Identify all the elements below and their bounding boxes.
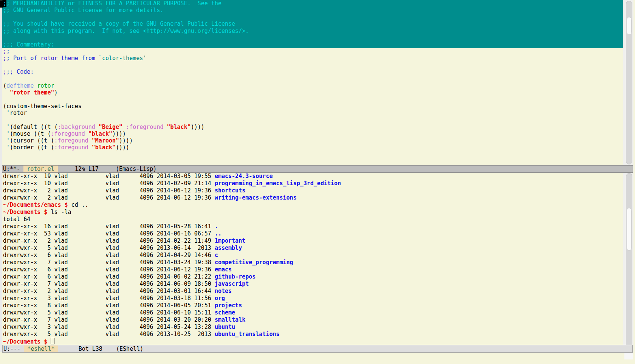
- directory-name: scheme: [215, 309, 235, 316]
- ls-row-attributes: drwxrwxr-x 5 vlad vlad 4096 2013-06-14 2…: [3, 245, 215, 251]
- directory-name: github-repos: [215, 273, 256, 280]
- eshell-line: drwxrwxr-x 7 vlad vlad 4096 2014-03-24 1…: [2, 259, 623, 266]
- editor-window-rotor-el[interactable]: ;; MERCHANTABILITY or FITNESS FOR A PART…: [2, 0, 623, 165]
- code-token: :foregound: [51, 130, 85, 137]
- code-token: [163, 124, 167, 130]
- code-token: (: [3, 82, 6, 89]
- eshell-line: drwxr-xr-x 7 vlad vlad 4096 2014-03-20 2…: [2, 316, 623, 324]
- directory-name: org: [215, 295, 225, 302]
- code-token: (custom-theme-set-faces: [3, 103, 82, 110]
- ls-row-attributes: drwxrwxr-x 2 vlad vlad 4096 2014-06-12 1…: [3, 187, 215, 194]
- code-token: "rotor theme": [10, 89, 54, 96]
- editor-line: (custom-theme-set-faces: [2, 103, 623, 110]
- directory-name: programming_in_emacs_lisp_3rd_edition: [215, 180, 341, 187]
- code-token: :foregound: [54, 144, 88, 151]
- code-token: rotor: [37, 82, 54, 89]
- eshell-line: drwxr-xr-x 7 vlad vlad 4096 2014-06-09 1…: [2, 280, 623, 288]
- editor-line: '(cursor ((t (:foregound "Maroon")))): [2, 137, 623, 144]
- ls-row-attributes: drwxr-xr-x 6 vlad vlad 4096 2014-06-02 2…: [3, 273, 215, 280]
- eshell-prompt: ~/Documents/emacs $: [3, 201, 68, 208]
- scrollbar-thumb-eshell[interactable]: [627, 208, 632, 251]
- directory-name: ubuntu: [215, 324, 235, 330]
- code-token: `color-themes': [99, 55, 146, 62]
- code-token: [95, 124, 99, 130]
- editor-line: '(default ((t (:background "Beige" :fore…: [2, 124, 623, 130]
- directory-name: emacs-24.3-source: [215, 173, 273, 180]
- eshell-line: ~/Documents $ ls -la: [2, 209, 623, 216]
- code-token: "black": [88, 130, 112, 137]
- eshell-line: drwxrwxr-x 5 vlad vlad 4096 2013-06-14 2…: [2, 245, 623, 252]
- editor-line: ;; GNU General Public License for more d…: [2, 7, 623, 14]
- code-token: )))): [116, 144, 129, 151]
- eshell-line: drwxr-xr-x 19 vlad vlad 4096 2014-03-05 …: [2, 173, 623, 180]
- eshell-line: drwxrwxr-x 5 vlad vlad 4096 2013-10-25 2…: [2, 331, 623, 338]
- eshell-command: ls -la: [47, 209, 71, 215]
- eshell-output: total 64: [3, 216, 30, 223]
- code-token: '(cursor ((t (: [3, 137, 54, 144]
- text-cursor-hollow: [51, 338, 54, 344]
- editor-line: [2, 116, 623, 123]
- code-token: ;; You should have received a copy of th…: [3, 20, 235, 27]
- ls-row-attributes: drwxr-xr-x 8 vlad vlad 4096 2014-06-05 2…: [3, 302, 215, 309]
- editor-line: "rotor theme"): [2, 89, 623, 96]
- directory-name: notes: [215, 288, 232, 294]
- editor-line: ;; Port of rotor theme from `color-theme…: [2, 55, 623, 62]
- code-token: deftheme: [6, 82, 34, 89]
- editor-line: (deftheme rotor: [2, 82, 623, 89]
- code-token: '(mouse ((t (: [3, 130, 51, 137]
- code-token: ;;; Commentary:: [3, 41, 54, 48]
- modeline-text: 12% L17 (Emacs-Lisp): [58, 166, 157, 172]
- echo-area[interactable]: [0, 353, 635, 364]
- editor-line: ;;: [2, 48, 623, 55]
- eshell-line: drwxrwxr-x 5 vlad vlad 4096 2014-06-10 1…: [2, 309, 623, 316]
- code-token: )))): [112, 130, 126, 137]
- directory-name: c: [215, 252, 218, 259]
- eshell-line: drwxrwxr-x 6 vlad vlad 4096 2014-04-29 1…: [2, 252, 623, 259]
- modeline-active-rotor-el[interactable]: U:**- rotor.el 12% L17 (Emacs-Lisp): [2, 165, 633, 173]
- code-token: :foregound: [54, 137, 88, 144]
- code-token: ;: [3, 0, 6, 7]
- eshell-line: drwxr-xr-x 10 vlad vlad 4096 2014-02-09 …: [2, 180, 623, 187]
- editor-line: [2, 14, 623, 20]
- buffer-name: rotor.el: [23, 166, 57, 172]
- ls-row-attributes: drwxrwxr-x 2 vlad vlad 4096 2014-06-12 1…: [3, 194, 215, 201]
- ls-row-attributes: drwxr-xr-x 19 vlad vlad 4096 2014-03-05 …: [3, 173, 215, 180]
- editor-line: [2, 34, 623, 41]
- eshell-line: drwxr-xr-x 6 vlad vlad 4096 2014-06-02 2…: [2, 273, 623, 280]
- eshell-command: cd ..: [68, 201, 88, 208]
- code-token: )))): [191, 124, 204, 130]
- modeline-text: U:---: [3, 345, 24, 352]
- ls-row-attributes: drwxrwxr-x 5 vlad vlad 4096 2014-06-10 1…: [3, 309, 215, 316]
- code-token: "Maroon": [92, 137, 119, 144]
- scrollbar-track-eshell[interactable]: [626, 173, 632, 351]
- eshell-line: total 64: [2, 216, 623, 223]
- directory-name: assembly: [215, 245, 242, 251]
- ls-row-attributes: drwxr-xr-x 7 vlad vlad 4096 2014-06-09 1…: [3, 280, 215, 287]
- minibuffer-scrollbar-strip: [624, 353, 633, 359]
- modeline-inactive-eshell[interactable]: U:--- *eshell* Bot L38 (EShell): [2, 345, 633, 353]
- code-token: '(border ((t (: [3, 144, 54, 151]
- ls-row-attributes: drwxr-xr-x 53 vlad vlad 4096 2014-06-16 …: [3, 230, 215, 237]
- ls-row-attributes: drwxr-xr-x 16 vlad vlad 4096 2014-05-28 …: [3, 223, 215, 230]
- code-token: ;; along with this program. If not, see …: [3, 28, 249, 34]
- ls-row-attributes: drwxr-xr-x 3 vlad vlad 4096 2014-03-18 1…: [3, 295, 215, 302]
- editor-line: ;;; Code:: [2, 68, 623, 75]
- code-token: ;; Port of rotor theme from: [3, 55, 99, 62]
- code-token: "black": [92, 144, 116, 151]
- directory-name: competitive_programming: [215, 259, 293, 266]
- scrollbar-thumb-editor[interactable]: [627, 17, 632, 35]
- ls-row-attributes: drwxrwxr-x 6 vlad vlad 4096 2014-06-12 1…: [3, 266, 215, 273]
- code-token: "black": [167, 124, 191, 130]
- eshell-window[interactable]: drwxr-xr-x 19 vlad vlad 4096 2014-03-05 …: [2, 173, 623, 345]
- editor-line: [2, 76, 623, 82]
- directory-name: emacs: [215, 266, 232, 273]
- modeline-text: Bot L38 (EShell): [58, 345, 144, 352]
- code-token: ; MERCHANTABILITY or FITNESS FOR A PARTI…: [6, 0, 221, 7]
- editor-line: ;;; Commentary:: [2, 41, 623, 48]
- eshell-line: drwxr-xr-x 2 vlad vlad 4096 2014-02-22 1…: [2, 237, 623, 245]
- eshell-line: drwxr-xr-x 8 vlad vlad 4096 2014-06-05 2…: [2, 302, 623, 309]
- buffer-name: *eshell*: [24, 345, 58, 352]
- eshell-line: ~/Documents/emacs $ cd ..: [2, 201, 623, 209]
- ls-row-attributes: drwxr-xr-x 2 vlad vlad 4096 2014-02-22 1…: [3, 237, 215, 244]
- editor-line: [2, 96, 623, 103]
